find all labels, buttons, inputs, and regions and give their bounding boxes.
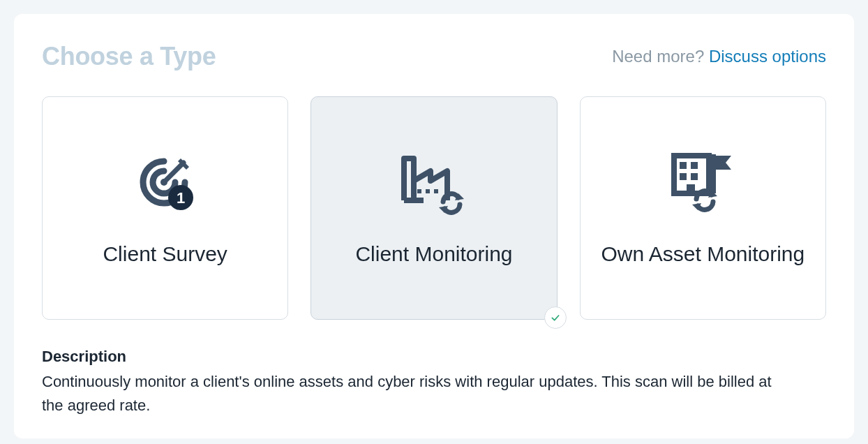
svg-rect-11 — [691, 162, 698, 169]
svg-rect-10 — [680, 162, 687, 169]
svg-rect-5 — [426, 189, 430, 193]
svg-rect-14 — [687, 184, 695, 193]
help-prefix: Need more? — [612, 47, 709, 66]
type-cards-row: 1 Client Survey — [42, 96, 826, 320]
selected-check-icon — [544, 306, 567, 329]
svg-rect-6 — [434, 189, 438, 193]
type-card-own-asset-monitoring[interactable]: Own Asset Monitoring — [580, 96, 826, 320]
type-selection-panel: Choose a Type Need more? Discuss options… — [14, 14, 854, 438]
svg-rect-4 — [417, 189, 421, 193]
description-text: Continuously monitor a client's online a… — [42, 370, 795, 417]
panel-header: Choose a Type Need more? Discuss options — [42, 42, 826, 71]
type-card-client-monitoring[interactable]: Client Monitoring — [310, 96, 557, 320]
card-label: Own Asset Monitoring — [601, 241, 805, 267]
card-label: Client Monitoring — [355, 241, 512, 267]
svg-line-1 — [164, 163, 184, 182]
badge-number: 1 — [177, 189, 185, 207]
description-section: Description Continuously monitor a clien… — [42, 348, 826, 417]
target-icon: 1 — [132, 149, 199, 219]
building-flag-refresh-icon — [664, 149, 741, 219]
help-text: Need more? Discuss options — [612, 47, 826, 66]
svg-rect-12 — [680, 173, 687, 180]
page-title: Choose a Type — [42, 42, 216, 71]
description-heading: Description — [42, 348, 826, 366]
svg-rect-13 — [691, 173, 698, 180]
card-label: Client Survey — [103, 241, 227, 267]
factory-refresh-icon — [396, 149, 472, 219]
type-card-client-survey[interactable]: 1 Client Survey — [42, 96, 288, 320]
discuss-options-link[interactable]: Discuss options — [709, 47, 826, 66]
